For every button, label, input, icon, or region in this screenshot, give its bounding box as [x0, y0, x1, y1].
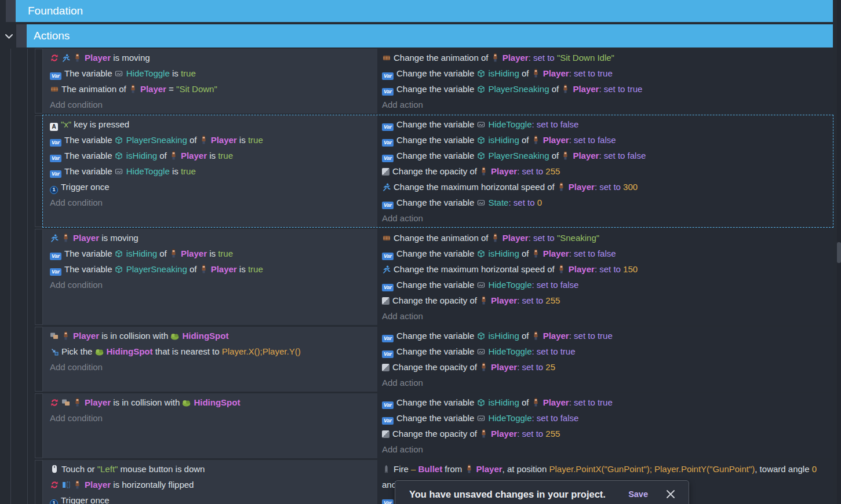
event-drag-handle[interactable]: [35, 49, 43, 114]
action-item[interactable]: VarChange the variable isHiding of Playe…: [382, 328, 833, 344]
object-variable-cube-icon: [476, 136, 485, 145]
text-segment: : set to false: [569, 249, 616, 258]
add-action-button[interactable]: Add action: [382, 441, 833, 457]
condition-item[interactable]: VarThe variable PlayerSneaking of Player…: [50, 261, 377, 277]
event-drag-handle[interactable]: [35, 460, 43, 504]
text-segment: 0: [812, 464, 817, 474]
player-sprite-icon: [531, 69, 540, 78]
action-item[interactable]: VarChange the variable HideToggle: set t…: [382, 344, 833, 359]
text-segment: : set to true: [569, 331, 613, 341]
opacity-square-icon: [382, 297, 389, 305]
text-segment: Change the opacity of: [392, 166, 479, 176]
foundation-group-handle[interactable]: [6, 0, 16, 22]
text-segment: Player: [491, 295, 517, 305]
action-item[interactable]: Change the animation of Player: set to "…: [382, 50, 833, 65]
event-body: Player is movingVarThe variable HideTogg…: [43, 49, 833, 114]
keyboard-key-icon: A: [50, 123, 58, 131]
action-item[interactable]: VarChange the variable isHiding of Playe…: [382, 132, 833, 148]
player-sprite-icon: [465, 465, 474, 473]
text-segment: Change the opacity of: [392, 295, 479, 305]
text-segment: : set to: [508, 198, 537, 207]
event-drag-handle[interactable]: [35, 327, 43, 392]
action-item[interactable]: Change the opacity of Player: set to 255: [382, 293, 833, 308]
text-segment: true: [181, 68, 196, 78]
action-item[interactable]: Change the opacity of Player: set to 25: [382, 359, 833, 375]
scrollbar-thumb[interactable]: [837, 242, 841, 263]
action-item[interactable]: Change the maximum horizontal speed of P…: [382, 179, 833, 195]
close-icon[interactable]: [665, 489, 676, 499]
chevron-down-icon[interactable]: [5, 31, 13, 42]
add-condition-button[interactable]: Add condition: [50, 195, 377, 210]
text-segment: of: [549, 84, 562, 94]
text-segment: "x": [61, 119, 71, 129]
condition-item[interactable]: The animation of Player = "Sit Down": [50, 81, 377, 97]
condition-item[interactable]: 1Trigger once: [50, 179, 377, 195]
add-condition-button[interactable]: Add condition: [50, 277, 377, 293]
text-segment: Player: [181, 249, 207, 258]
add-condition-button[interactable]: Add condition: [50, 97, 377, 112]
text-segment: 255: [545, 166, 560, 176]
add-action-button[interactable]: Add action: [382, 375, 833, 390]
text-segment: Player.PointX("GunPoint"); Player.PointY…: [549, 464, 755, 474]
hidingspot-bush-icon: [170, 332, 179, 341]
action-item[interactable]: VarChange the variable isHiding of Playe…: [382, 246, 833, 261]
add-action-button[interactable]: Add action: [382, 97, 833, 112]
condition-item[interactable]: 1Trigger once: [50, 492, 377, 504]
action-item[interactable]: VarChange the variable State: set to 0: [382, 195, 833, 210]
add-action-button[interactable]: Add action: [382, 210, 833, 226]
actions-column: VarChange the variable isHiding of Playe…: [377, 327, 833, 392]
condition-item[interactable]: VarThe variable isHiding of Player is tr…: [50, 148, 377, 163]
condition-item[interactable]: A"x" key is pressed: [50, 116, 377, 132]
text-segment: HideToggle: [488, 119, 531, 129]
snackbar-message: You have unsaved changes in your project…: [409, 489, 628, 500]
text-segment: The variable: [64, 249, 115, 258]
event-drag-handle[interactable]: [35, 115, 43, 227]
condition-item[interactable]: Pick the HidingSpot that is nearest to P…: [50, 344, 377, 359]
text-segment: Player: [543, 331, 569, 341]
add-action-button[interactable]: Add action: [382, 308, 833, 324]
condition-item[interactable]: VarThe variable HideToggle is true: [50, 163, 377, 179]
condition-item[interactable]: Player is moving: [50, 50, 377, 65]
action-item[interactable]: VarChange the variable HideToggle: set t…: [382, 116, 833, 132]
condition-item[interactable]: VarThe variable isHiding of Player is tr…: [50, 246, 377, 261]
text-segment: Player: [85, 397, 111, 407]
event-drag-handle[interactable]: [35, 393, 43, 458]
text-segment: : set to: [517, 295, 545, 305]
condition-item[interactable]: Player is moving: [50, 230, 377, 246]
action-item[interactable]: VarChange the variable PlayerSneaking of…: [382, 148, 833, 163]
condition-item[interactable]: Player is in collision with HidingSpot: [50, 328, 377, 344]
action-item[interactable]: VarChange the variable isHiding of Playe…: [382, 65, 833, 81]
text-segment: "Left": [97, 464, 118, 474]
actions-group-handle[interactable]: [16, 24, 27, 48]
action-item[interactable]: VarChange the variable HideToggle: set t…: [382, 277, 833, 293]
action-item[interactable]: VarChange the variable PlayerSneaking of…: [382, 81, 833, 97]
event-drag-handle[interactable]: [35, 229, 43, 325]
action-item[interactable]: Change the opacity of Player: set to 255: [382, 426, 833, 441]
action-item[interactable]: Change the opacity of Player: set to 255: [382, 163, 833, 179]
text-segment: is horizontally flipped: [111, 480, 194, 490]
condition-item[interactable]: Player is in collision with HidingSpot: [50, 395, 377, 410]
condition-item[interactable]: VarThe variable HideToggle is true: [50, 65, 377, 81]
object-variable-cube-icon: [115, 250, 123, 258]
object-variable-cube-icon: [476, 85, 485, 94]
text-segment: 150: [623, 264, 638, 274]
text-segment: of: [549, 151, 562, 160]
action-item[interactable]: VarChange the variable isHiding of Playe…: [382, 395, 833, 410]
action-item[interactable]: Change the animation of Player: set to "…: [382, 230, 833, 246]
condition-item[interactable]: VarThe variable PlayerSneaking of Player…: [50, 132, 377, 148]
actions-column: VarChange the variable HideToggle: set t…: [377, 115, 833, 227]
text-segment: of: [187, 135, 199, 145]
action-item[interactable]: VarChange the variable HideToggle: set t…: [382, 410, 833, 426]
player-sprite-icon: [531, 398, 540, 407]
add-condition-button[interactable]: Add condition: [50, 359, 377, 375]
group-header-foundation[interactable]: Foundation: [16, 0, 833, 22]
text-segment: Change the variable: [396, 135, 476, 145]
add-condition-button[interactable]: Add condition: [50, 410, 377, 426]
text-segment: The variable: [64, 166, 115, 176]
action-item[interactable]: Change the maximum horizontal speed of P…: [382, 261, 833, 277]
save-button[interactable]: Save: [628, 490, 648, 499]
variable-badge-icon: Var: [50, 268, 61, 276]
condition-item[interactable]: Player is horizontally flipped: [50, 477, 377, 492]
group-header-actions[interactable]: Actions: [27, 24, 833, 48]
condition-item[interactable]: Touch or "Left" mouse button is down: [50, 461, 377, 477]
